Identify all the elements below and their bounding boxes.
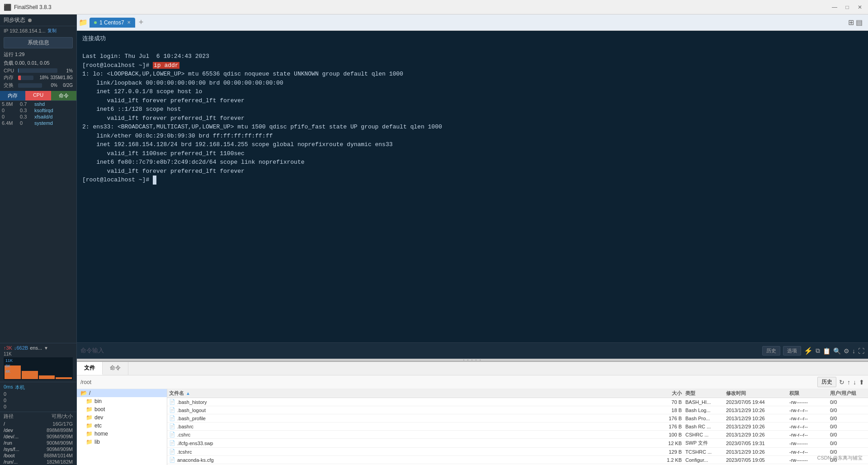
upload2-icon[interactable]: ⬆ bbox=[859, 379, 864, 386]
term-line: link/loopback 00:00:00:00:00:00 brd 00:0… bbox=[82, 79, 863, 88]
close-button[interactable]: ✕ bbox=[855, 3, 864, 12]
settings-icon[interactable]: ⚙ bbox=[844, 347, 849, 355]
command-input[interactable] bbox=[80, 347, 762, 354]
file-perm: -rw-r--r-- bbox=[789, 408, 830, 413]
net-expand[interactable]: ▼ bbox=[44, 346, 48, 351]
col-header-perm[interactable]: 权限 bbox=[789, 390, 830, 397]
fullscreen-icon[interactable]: ⛶ bbox=[858, 347, 864, 355]
table-row[interactable]: 📄anaconda-ks.cfg 1.2 KB Configur... 2023… bbox=[167, 456, 868, 464]
tab-cmd[interactable]: 命令 bbox=[51, 91, 76, 100]
title-bar: ⬛ FinalShell 3.8.3 — □ ✕ bbox=[0, 0, 868, 14]
file-type: Configur... bbox=[685, 457, 726, 463]
minimize-button[interactable]: — bbox=[830, 3, 839, 12]
tab-close-button[interactable]: ✕ bbox=[127, 20, 131, 25]
file-name: .cshrc bbox=[177, 432, 190, 437]
table-row[interactable]: 📄.cshrc 100 B CSHRC ... 2013/12/29 10:26… bbox=[167, 431, 868, 439]
proc-name: xfsaild/d bbox=[34, 114, 75, 119]
refresh-icon[interactable]: ↻ bbox=[839, 379, 844, 386]
options-button[interactable]: 选项 bbox=[783, 346, 801, 356]
col-header-type[interactable]: 类型 bbox=[685, 390, 726, 397]
file-tree: 📂 / 📁 bin 📁 boot 📁 dev bbox=[77, 389, 167, 465]
maximize-button[interactable]: □ bbox=[843, 3, 852, 12]
folder-icon[interactable]: 📁 bbox=[79, 18, 88, 27]
paste-icon[interactable]: 📋 bbox=[823, 347, 830, 355]
file-tab-cmd[interactable]: 命令 bbox=[103, 362, 128, 375]
tab-mem[interactable]: 内存 bbox=[0, 91, 25, 100]
ip-text: IP 192.168.154.1... bbox=[4, 28, 46, 33]
download-file-icon[interactable]: ↓ bbox=[853, 379, 856, 386]
net-bar bbox=[39, 375, 55, 379]
disk-path-val: /run bbox=[4, 440, 37, 446]
table-row[interactable]: 📄.bash_logout 18 B Bash Log... 2013/12/2… bbox=[167, 406, 868, 414]
latency-section: 0ms 本机 0 0 0 bbox=[0, 382, 76, 412]
terminal-area[interactable]: 连接成功 Last login: Thu Jul 6 10:24:43 2023… bbox=[77, 31, 868, 342]
file-size: 12 KB bbox=[654, 441, 685, 446]
file-owner: 0/0 bbox=[830, 399, 866, 405]
tree-item-etc[interactable]: 📁 etc bbox=[77, 422, 167, 430]
file-mtime: 2023/07/05 19:31 bbox=[726, 441, 789, 446]
folder-icon: 📁 bbox=[86, 414, 93, 421]
file-toolbar: /root 历史 ↻ ↑ ↓ ⬆ bbox=[77, 375, 868, 389]
term-line: inet 192.168.154.128/24 brd 192.168.154.… bbox=[82, 140, 863, 149]
folder-icon: 📁 bbox=[86, 431, 93, 437]
disk-avail-val: 900M/909M bbox=[37, 440, 73, 446]
proc-mem: 5.8M bbox=[2, 101, 18, 107]
search-icon[interactable]: 🔍 bbox=[833, 347, 841, 355]
file-owner: 0/0 bbox=[830, 449, 866, 455]
disk-path-val: / bbox=[4, 421, 37, 427]
tree-item-root[interactable]: 📂 / bbox=[77, 389, 167, 397]
latency-host: 本机 bbox=[15, 384, 73, 391]
upload-icon[interactable]: ↑ bbox=[847, 379, 850, 386]
tab-bar: 📁 1 Centos7 ✕ + ⊞ ▤ bbox=[77, 14, 868, 31]
add-tab-button[interactable]: + bbox=[136, 18, 146, 27]
grid-icon[interactable]: ⊞ bbox=[848, 18, 854, 27]
tree-item-home[interactable]: 📁 home bbox=[77, 430, 167, 438]
term-line: 2: ens33: <BROADCAST,MULTICAST,UP,LOWER_… bbox=[82, 123, 863, 132]
col-header-size[interactable]: 大小 bbox=[654, 390, 685, 397]
file-name: .bash_logout bbox=[177, 408, 206, 413]
file-name: anaconda-ks.cfg bbox=[177, 457, 214, 463]
proc-cpu: 0 bbox=[20, 120, 33, 126]
ip-display: IP 192.168.154.1... 复制 bbox=[0, 26, 76, 35]
tree-item-dev[interactable]: 📁 dev bbox=[77, 413, 167, 422]
col-header-mtime[interactable]: 修改时间 bbox=[726, 390, 789, 397]
disk-path-val: /dev bbox=[4, 427, 37, 433]
col-header-owner[interactable]: 用户/用户组 bbox=[830, 390, 866, 397]
proc-mem: 6.4M bbox=[2, 120, 18, 126]
disk-header: 路径 可用/大小 bbox=[0, 412, 76, 421]
tab-label: 1 Centos7 bbox=[99, 19, 124, 26]
tab-centos7[interactable]: 1 Centos7 ✕ bbox=[90, 18, 135, 28]
app-icon: ⬛ bbox=[4, 4, 11, 11]
table-row[interactable]: 📄.ifcfg-ens33.swp 12 KB SWP 文件 2023/07/0… bbox=[167, 439, 868, 448]
lightning-icon[interactable]: ⚡ bbox=[804, 346, 813, 355]
cpu-bar-wrap bbox=[18, 68, 57, 73]
history-nav-button[interactable]: 历史 bbox=[817, 377, 836, 387]
tab-cpu[interactable]: CPU bbox=[25, 91, 51, 100]
history-button[interactable]: 历史 bbox=[762, 346, 780, 356]
disk-row: /dev 898M/898M bbox=[0, 427, 76, 433]
copy-icon[interactable]: ⧉ bbox=[816, 347, 820, 355]
tree-item-lib[interactable]: 📁 lib bbox=[77, 438, 167, 446]
copy-ip-button[interactable]: 复制 bbox=[47, 28, 57, 34]
file-panel-tabs: 文件 命令 bbox=[77, 362, 868, 375]
table-row[interactable]: 📄.tcshrc 129 B TCSHRC ... 2013/12/29 10:… bbox=[167, 448, 868, 456]
table-row[interactable]: 📄.bashrc 176 B Bash RC ... 2013/12/29 10… bbox=[167, 422, 868, 431]
file-tab-files[interactable]: 文件 bbox=[77, 362, 103, 375]
layout-icon[interactable]: ▤ bbox=[856, 18, 863, 27]
file-name: .bash_history bbox=[177, 399, 207, 405]
download-icon[interactable]: ↓ bbox=[852, 347, 855, 355]
latency-row: 0ms 本机 bbox=[4, 384, 73, 391]
prompt2: [root@localhost ~]# bbox=[82, 176, 153, 183]
sysinfo-button[interactable]: 系统信息 bbox=[4, 37, 73, 48]
col-header-name[interactable]: 文件名 ▲ bbox=[169, 390, 654, 397]
file-perm: -rw------- bbox=[789, 457, 830, 463]
table-row[interactable]: 📄.bash_profile 176 B Bash Pro... 2013/12… bbox=[167, 414, 868, 422]
net-scale-8k: 8K bbox=[5, 364, 10, 368]
tree-item-boot[interactable]: 📁 boot bbox=[77, 405, 167, 413]
latency-readings: 0 bbox=[4, 391, 73, 397]
file-type: CSHRC ... bbox=[685, 432, 726, 437]
right-panel: 📁 1 Centos7 ✕ + ⊞ ▤ 连接成功 Last login: Thu… bbox=[77, 14, 868, 465]
tree-item-bin[interactable]: 📁 bin bbox=[77, 397, 167, 405]
cpu-value: 1% bbox=[59, 68, 73, 73]
table-row[interactable]: 📄.bash_history 70 B BASH_HI... 2023/07/0… bbox=[167, 398, 868, 406]
